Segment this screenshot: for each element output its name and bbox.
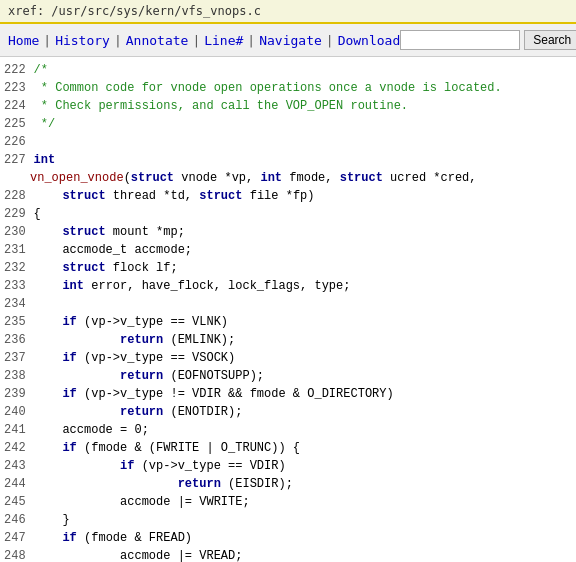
- nav-annotate[interactable]: Annotate: [126, 33, 189, 48]
- table-row: 246 }: [0, 511, 576, 529]
- table-row: 247 if (fmode & FREAD): [0, 529, 576, 547]
- nav-download[interactable]: Download: [338, 33, 401, 48]
- table-row: 237 if (vp->v_type == VSOCK): [0, 349, 576, 367]
- table-row: 224 * Check permissions, and call the VO…: [0, 97, 576, 115]
- nav-sep-5: |: [326, 33, 334, 48]
- table-row: 240 return (ENOTDIR);: [0, 403, 576, 421]
- table-row: 248 accmode |= VREAD;: [0, 547, 576, 562]
- table-row: 244 return (EISDIR);: [0, 475, 576, 493]
- table-row: 233 int error, have_flock, lock_flags, t…: [0, 277, 576, 295]
- table-row: 225 */: [0, 115, 576, 133]
- nav-bar: Home | History | Annotate | Line# | Navi…: [0, 24, 576, 57]
- table-row: 229 {: [0, 205, 576, 223]
- search-button[interactable]: Search: [524, 30, 576, 50]
- table-row: 223 * Common code for vnode open operati…: [0, 79, 576, 97]
- table-row: 226: [0, 133, 576, 151]
- title-text: xref: /usr/src/sys/kern/vfs_vnops.c: [8, 4, 261, 18]
- nav-sep-3: |: [192, 33, 200, 48]
- table-row: 242 if (fmode & (FWRITE | O_TRUNC)) {: [0, 439, 576, 457]
- nav-sep-2: |: [114, 33, 122, 48]
- table-row: 228 struct thread *td, struct file *fp): [0, 187, 576, 205]
- code-area: 222 /* 223 * Common code for vnode open …: [0, 57, 576, 562]
- nav-home[interactable]: Home: [8, 33, 39, 48]
- title-bar: xref: /usr/src/sys/kern/vfs_vnops.c: [0, 0, 576, 24]
- table-row: 234: [0, 295, 576, 313]
- nav-links: Home | History | Annotate | Line# | Navi…: [8, 33, 400, 48]
- table-row: 236 return (EMLINK);: [0, 331, 576, 349]
- nav-lineno[interactable]: Line#: [204, 33, 243, 48]
- nav-sep-1: |: [43, 33, 51, 48]
- table-row: 230 struct mount *mp;: [0, 223, 576, 241]
- table-row: 239 if (vp->v_type != VDIR && fmode & O_…: [0, 385, 576, 403]
- table-row: vn_open_vnode(struct vnode *vp, int fmod…: [0, 169, 576, 187]
- table-row: 245 accmode |= VWRITE;: [0, 493, 576, 511]
- table-row: 238 return (EOFNOTSUPP);: [0, 367, 576, 385]
- table-row: 232 struct flock lf;: [0, 259, 576, 277]
- table-row: 227 int: [0, 151, 576, 169]
- table-row: 222 /*: [0, 61, 576, 79]
- search-input[interactable]: [400, 30, 520, 50]
- table-row: 235 if (vp->v_type == VLNK): [0, 313, 576, 331]
- nav-navigate[interactable]: Navigate: [259, 33, 322, 48]
- search-container: Search ⚙: [400, 30, 576, 50]
- table-row: 231 accmode_t accmode;: [0, 241, 576, 259]
- table-row: 243 if (vp->v_type == VDIR): [0, 457, 576, 475]
- table-row: 241 accmode = 0;: [0, 421, 576, 439]
- nav-sep-4: |: [247, 33, 255, 48]
- nav-history[interactable]: History: [55, 33, 110, 48]
